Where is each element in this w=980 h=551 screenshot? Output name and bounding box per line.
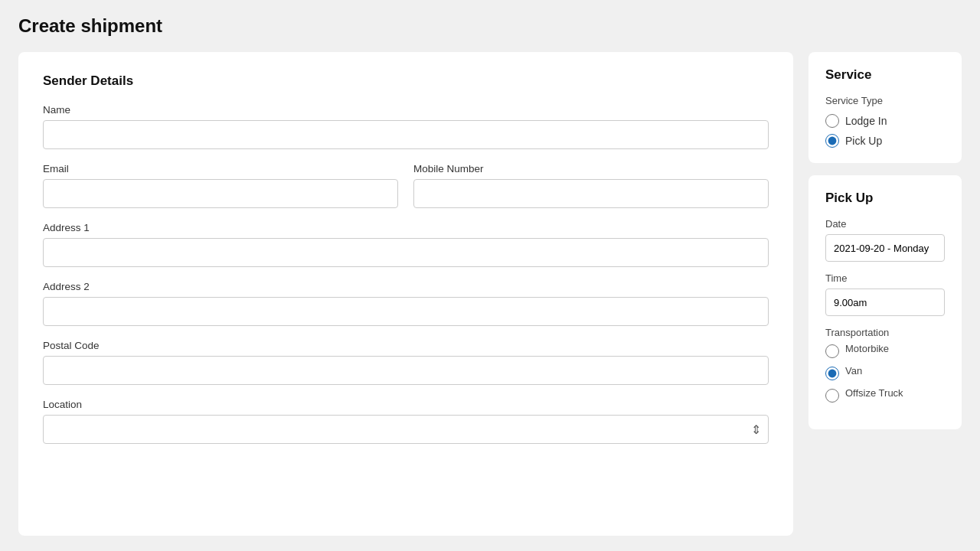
email-input[interactable]: [43, 179, 398, 208]
location-select-wrapper: ⇕: [43, 415, 769, 444]
pick-up-label[interactable]: Pick Up: [845, 135, 882, 147]
right-column: Service Service Type Lodge In Pick Up Pi…: [808, 52, 962, 536]
date-label: Date: [825, 218, 945, 230]
address1-label: Address 1: [43, 222, 769, 233]
postal-code-group: Postal Code: [43, 340, 769, 385]
email-group: Email: [43, 163, 398, 208]
motorbike-label[interactable]: Motorbike: [845, 343, 889, 354]
mobile-group: Mobile Number: [413, 163, 769, 208]
pickup-panel: Pick Up Date Time Transportation: [808, 175, 962, 429]
offsize-truck-radio[interactable]: [825, 389, 839, 403]
email-label: Email: [43, 163, 398, 174]
mobile-label: Mobile Number: [413, 163, 769, 174]
sender-details-title: Sender Details: [43, 73, 769, 89]
van-radio-item[interactable]: Van: [825, 365, 945, 381]
location-select[interactable]: [43, 415, 769, 444]
name-group: Name: [43, 104, 769, 149]
service-type-label: Service Type: [825, 95, 945, 106]
address2-group: Address 2: [43, 281, 769, 326]
email-mobile-row: Email Mobile Number: [43, 163, 769, 208]
van-label[interactable]: Van: [845, 365, 862, 377]
lodge-in-radio[interactable]: [825, 114, 839, 128]
transportation-field: Transportation Motorbike Van Offsize: [825, 327, 945, 403]
page-container: Create shipment Sender Details Name Emai…: [0, 0, 980, 551]
pickup-title: Pick Up: [825, 191, 945, 206]
page-title: Create shipment: [18, 15, 962, 37]
motorbike-radio-item[interactable]: Motorbike: [825, 343, 945, 359]
motorbike-radio[interactable]: [825, 344, 839, 358]
address1-group: Address 1: [43, 222, 769, 267]
time-label: Time: [825, 272, 945, 284]
offsize-truck-label[interactable]: Offsize Truck: [845, 387, 903, 399]
address2-label: Address 2: [43, 281, 769, 292]
postal-code-label: Postal Code: [43, 340, 769, 351]
service-title: Service: [825, 67, 945, 83]
transport-radio-group: Motorbike Van Offsize Truck: [825, 343, 945, 403]
time-field: Time: [825, 272, 945, 316]
name-label: Name: [43, 104, 769, 116]
lodge-in-radio-item[interactable]: Lodge In: [825, 114, 945, 128]
postal-code-input[interactable]: [43, 356, 769, 385]
service-panel: Service Service Type Lodge In Pick Up: [808, 52, 962, 163]
time-input[interactable]: [825, 289, 945, 316]
pick-up-radio-item[interactable]: Pick Up: [825, 134, 945, 148]
address2-input[interactable]: [43, 297, 769, 326]
mobile-input[interactable]: [413, 179, 769, 208]
name-input[interactable]: [43, 120, 769, 149]
service-type-radio-group: Lodge In Pick Up: [825, 114, 945, 148]
offsize-truck-radio-item[interactable]: Offsize Truck: [825, 387, 945, 403]
location-label: Location: [43, 399, 769, 410]
transportation-label: Transportation: [825, 327, 945, 338]
address1-input[interactable]: [43, 238, 769, 267]
date-field: Date: [825, 218, 945, 262]
date-input[interactable]: [825, 234, 945, 262]
lodge-in-label[interactable]: Lodge In: [845, 115, 887, 127]
content-row: Sender Details Name Email Mobile Number: [18, 52, 962, 536]
van-radio[interactable]: [825, 367, 839, 380]
sender-panel: Sender Details Name Email Mobile Number: [18, 52, 793, 536]
location-group: Location ⇕: [43, 399, 769, 444]
pick-up-radio[interactable]: [825, 134, 839, 148]
